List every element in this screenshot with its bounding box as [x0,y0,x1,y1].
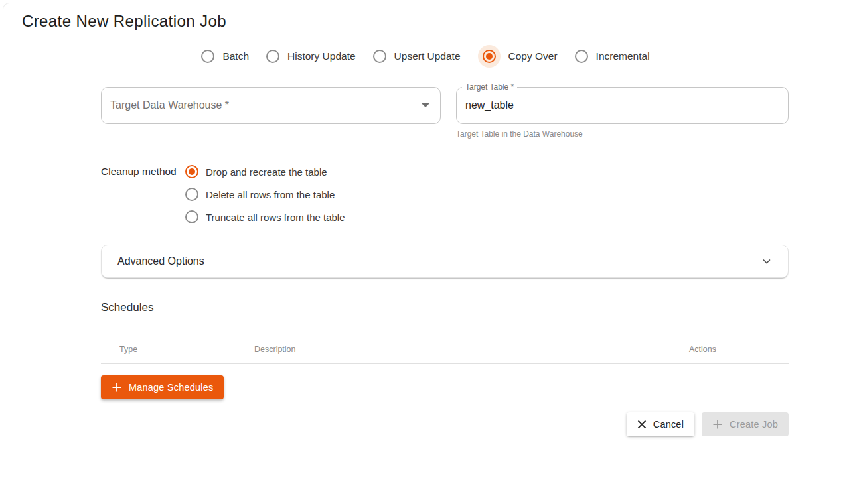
radio-truncate-rows[interactable]: Truncate all rows from the table [185,210,345,223]
target-table-value: new_table [465,99,514,111]
radio-label: Upsert Update [394,50,461,62]
radio-drop-recreate[interactable]: Drop and recreate the table [185,165,345,178]
radio-label: Batch [222,50,249,62]
chevron-down-icon [761,256,772,267]
plus-icon [112,382,122,393]
target-table-field-wrap: Target Table * new_table Target Table in… [456,87,789,139]
manage-schedules-button[interactable]: Manage Schedules [101,375,224,399]
radio-icon [201,50,214,63]
radio-copy-over[interactable]: Copy Over [478,45,558,68]
radio-upsert-update[interactable]: Upsert Update [373,50,461,63]
radio-label: Copy Over [508,50,558,62]
close-icon [637,420,647,429]
footer-actions: Cancel Create Job [627,412,789,436]
radio-label: History Update [287,50,356,62]
radio-delete-rows[interactable]: Delete all rows from the table [185,188,345,201]
cancel-label: Cancel [653,419,684,430]
radio-icon [185,210,198,223]
create-job-label: Create Job [730,419,778,430]
radio-label: Drop and recreate the table [206,166,327,178]
radio-label: Incremental [596,50,650,62]
create-job-button[interactable]: Create Job [702,412,789,436]
manage-schedules-label: Manage Schedules [129,382,213,393]
radio-label: Truncate all rows from the table [206,212,345,223]
column-header-actions: Actions [689,345,789,354]
radio-incremental[interactable]: Incremental [575,50,650,63]
job-type-radio-group: Batch History Update Upsert Update Copy … [0,43,851,70]
radio-icon [373,50,386,63]
radio-icon [185,165,198,178]
advanced-options-label: Advanced Options [117,255,204,267]
target-table-helper: Target Table in the Data Warehouse [456,129,789,139]
radio-batch[interactable]: Batch [201,50,249,63]
radio-label: Delete all rows from the table [206,189,335,200]
column-header-description: Description [254,345,689,354]
schedules-table: Type Description Actions [101,335,789,364]
radio-icon [266,50,279,63]
radio-icon [478,45,501,68]
cleanup-method-group: Cleanup method Drop and recreate the tab… [101,165,345,223]
target-table-input[interactable]: new_table [456,87,789,124]
radio-icon [185,188,198,201]
radio-history-update[interactable]: History Update [266,50,356,63]
plus-icon [712,419,723,430]
dropdown-caret-icon [422,103,429,107]
target-data-warehouse-select[interactable]: Target Data Warehouse * [101,87,441,124]
column-header-type: Type [101,345,254,354]
select-placeholder: Target Data Warehouse * [110,99,229,111]
schedules-title: Schedules [101,301,153,314]
cancel-button[interactable]: Cancel [627,412,694,436]
advanced-options-accordion[interactable]: Advanced Options [101,245,789,278]
radio-icon [575,50,588,63]
schedules-table-header: Type Description Actions [101,335,789,364]
target-table-label: Target Table * [462,82,517,92]
fields-row: Target Data Warehouse * Target Table * n… [101,87,789,139]
page-title: Create New Replication Job [22,12,226,31]
cleanup-method-label: Cleanup method [101,165,185,223]
